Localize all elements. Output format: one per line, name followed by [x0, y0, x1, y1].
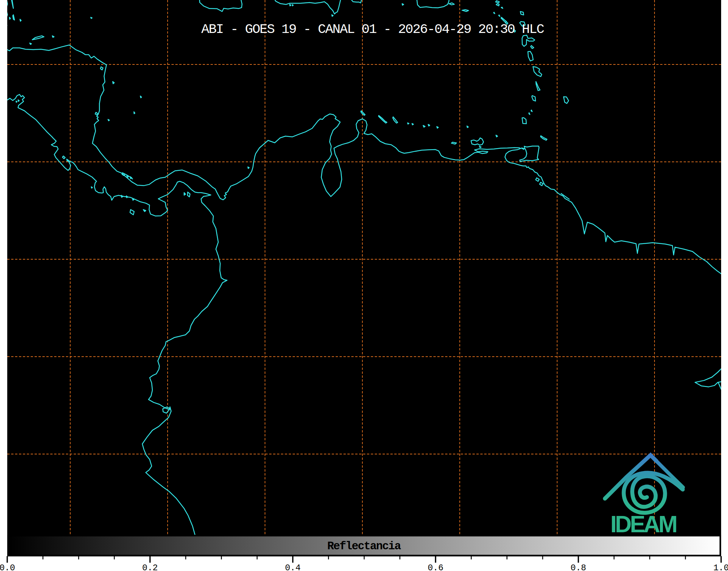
svg-text:ABI - GOES 19 - CANAL 01 - 202: ABI - GOES 19 - CANAL 01 - 2026-04-29 20… [201, 22, 544, 37]
svg-text:0.4: 0.4 [285, 563, 300, 571]
svg-text:0.0: 0.0 [0, 563, 15, 571]
svg-text:IDEAM: IDEAM [610, 511, 678, 537]
svg-text:0.6: 0.6 [428, 563, 443, 571]
svg-text:1.0: 1.0 [713, 563, 728, 571]
svg-text:0.2: 0.2 [142, 563, 158, 571]
svg-text:0.8: 0.8 [571, 563, 586, 571]
svg-text:Reflectancia: Reflectancia [327, 540, 401, 553]
